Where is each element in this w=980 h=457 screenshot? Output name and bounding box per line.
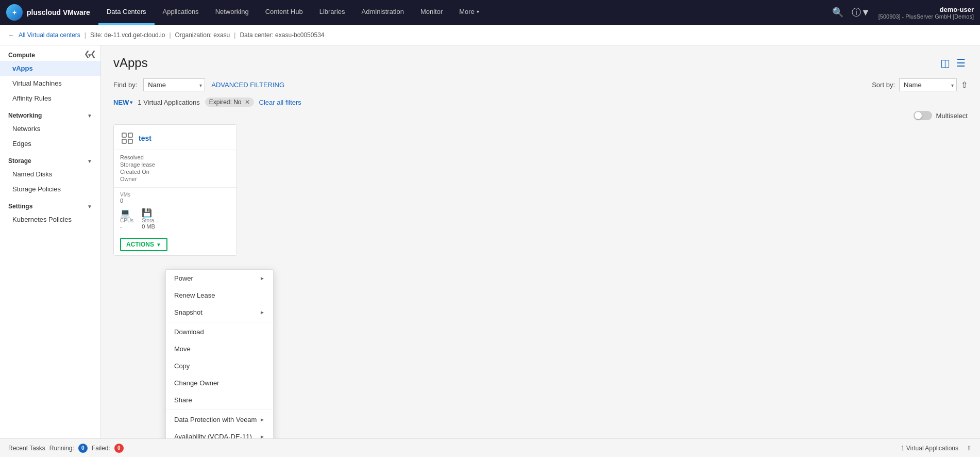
ctx-item-copy[interactable]: Copy (166, 357, 273, 374)
vapp-name[interactable]: test (139, 134, 151, 142)
new-btn-arrow-icon: ▾ (130, 100, 132, 105)
view-toggle: ◫ ☰ (938, 56, 968, 70)
help-icon[interactable]: ⓘ▼ (852, 6, 870, 19)
bottom-count: 1 Virtual Applications (901, 445, 958, 452)
nav-item-applications[interactable]: Applications (155, 0, 207, 25)
find-by-wrapper: Name Description ID ▾ (143, 78, 205, 91)
recent-tasks-section: Recent Tasks Running: 0 Failed: 0 (8, 444, 124, 453)
ctx-item-power[interactable]: Power ► (166, 270, 273, 287)
ctx-item-data-protection[interactable]: Data Protection with Veeam ► (166, 411, 273, 428)
toggle-knob (915, 112, 922, 119)
ctx-renew-label: Renew Lease (174, 291, 215, 299)
svg-rect-3 (128, 139, 132, 143)
breadcrumb-sep1: | (85, 31, 86, 39)
svg-rect-2 (122, 139, 126, 143)
page-header: vApps ◫ ☰ (113, 56, 968, 70)
vapp-owner: Owner (120, 176, 230, 182)
vapp-vms-count: 0 (120, 198, 123, 204)
find-by-select[interactable]: Name Description ID (143, 78, 205, 91)
list-view-btn[interactable]: ☰ (954, 56, 968, 70)
breadcrumb-sep3: | (234, 31, 235, 39)
vapp-vms-stat: VMs 0 (120, 192, 130, 204)
vapp-status: Resolved (120, 154, 230, 160)
breadcrumb-dc: Data center: exasu-bc0050534 (240, 31, 324, 39)
cpu-value: - (120, 223, 122, 230)
ctx-data-protection-arrow: ► (260, 417, 265, 422)
nav-item-more[interactable]: More ▾ (451, 0, 487, 25)
sort-wrapper: Name Date Created Status ▾ (899, 78, 957, 91)
sidebar-item-vapps[interactable]: vApps (0, 61, 100, 76)
sidebar-section-storage-label: Storage (8, 157, 31, 165)
sort-bar: Sort by: Name Date Created Status ▾ ⇧ (872, 78, 968, 91)
ctx-item-snapshot[interactable]: Snapshot ► (166, 304, 273, 321)
sort-select[interactable]: Name Date Created Status (899, 78, 957, 91)
nav-item-datacenters[interactable]: Data Centers (98, 0, 155, 25)
failed-badge: 0 (114, 444, 124, 453)
storage-value: 0 MB (142, 223, 155, 230)
top-nav: + pluscloud VMware Data Centers Applicat… (0, 0, 980, 25)
sidebar-item-storage-policies[interactable]: Storage Policies (0, 182, 100, 197)
sidebar-item-named-disks[interactable]: Named Disks (0, 167, 100, 182)
sidebar-item-edges[interactable]: Edges (0, 136, 100, 151)
search-icon[interactable]: 🔍 (832, 7, 843, 18)
filter-chip-close-icon[interactable]: ✕ (245, 99, 250, 106)
vapp-grid-icon (120, 131, 134, 145)
vapp-hw-stats: 💻 CPUs - 💾 Stora... 0 MB (114, 208, 236, 234)
sidebar-item-vms[interactable]: Virtual Machines (0, 76, 100, 91)
actions-button[interactable]: ACTIONS ▼ (120, 238, 167, 251)
filter-chip-expired: Expired: No ✕ (205, 97, 254, 107)
new-button[interactable]: NEW ▾ (113, 99, 132, 106)
content-area: vApps ◫ ☰ Find by: Name Description ID ▾… (101, 45, 980, 438)
advanced-filtering-btn[interactable]: ADVANCED FILTERING (211, 81, 284, 89)
sidebar: ❮❮ Compute ▼ vApps Virtual Machines Affi… (0, 45, 101, 438)
action-row: NEW ▾ 1 Virtual Applications Expired: No… (113, 97, 968, 107)
networking-expand-icon: ▼ (87, 113, 92, 119)
cpu-icon: 💻 (120, 208, 133, 218)
nav-item-networking[interactable]: Networking (207, 0, 257, 25)
nav-item-administration[interactable]: Administration (353, 0, 412, 25)
svg-rect-0 (122, 133, 126, 137)
nav-item-monitor[interactable]: Monitor (412, 0, 451, 25)
ctx-divider1 (166, 322, 273, 322)
main-layout: ❮❮ Compute ▼ vApps Virtual Machines Affi… (0, 45, 980, 438)
sidebar-collapse-btn[interactable]: ❮❮ (84, 50, 96, 58)
ctx-item-share[interactable]: Share (166, 391, 273, 409)
grid-view-btn[interactable]: ◫ (938, 56, 952, 70)
ctx-item-renew-lease[interactable]: Renew Lease (166, 287, 273, 304)
filter-bar: Find by: Name Description ID ▾ ADVANCED … (113, 78, 968, 91)
ctx-item-download[interactable]: Download (166, 323, 273, 340)
ctx-item-availability-vcda[interactable]: Availability (VCDA-DE-11) ► (166, 428, 273, 438)
breadcrumb-all-vdcs[interactable]: All Virtual data centers (19, 31, 80, 39)
multiselect-toggle[interactable] (914, 111, 932, 120)
ctx-copy-label: Copy (174, 362, 190, 370)
sidebar-section-compute-label: Compute (8, 52, 35, 59)
ctx-power-label: Power (174, 274, 193, 282)
sidebar-item-affinity-rules[interactable]: Affinity Rules (0, 91, 100, 106)
vapp-storage-lease: Storage lease (120, 161, 230, 168)
sidebar-section-settings[interactable]: Settings ▼ (0, 197, 100, 212)
settings-expand-icon: ▼ (87, 204, 92, 209)
nav-item-contenthub[interactable]: Content Hub (257, 0, 311, 25)
sidebar-item-networks[interactable]: Networks (0, 121, 100, 136)
sidebar-section-storage[interactable]: Storage ▼ (0, 151, 100, 167)
ctx-availability-vcda-label: Availability (VCDA-DE-11) (174, 433, 252, 438)
user-name: demo-user (878, 6, 974, 13)
breadcrumb-back-arrow: ← (8, 31, 14, 39)
breadcrumb-site: Site: de-11.vcd.get-cloud.io (90, 31, 165, 39)
vapp-card-test: test Resolved Storage lease Created On O… (113, 124, 237, 256)
find-by-label: Find by: (113, 81, 137, 89)
page-title: vApps (113, 56, 148, 70)
vapps-grid: test Resolved Storage lease Created On O… (113, 124, 968, 256)
running-label: Running: (49, 445, 74, 452)
nav-item-libraries[interactable]: Libraries (311, 0, 353, 25)
sort-direction-btn[interactable]: ⇧ (961, 80, 968, 90)
sidebar-section-networking[interactable]: Networking ▼ (0, 106, 100, 121)
running-badge: 0 (78, 444, 88, 453)
sidebar-item-kubernetes-policies[interactable]: Kubernetes Policies (0, 212, 100, 227)
clear-filters-btn[interactable]: Clear all filters (259, 99, 301, 106)
cpu-label: CPUs (120, 218, 133, 223)
breadcrumb-org: Organization: exasu (175, 31, 230, 39)
ctx-item-change-owner[interactable]: Change Owner (166, 374, 273, 391)
bottom-expand-icon[interactable]: ⇧ (967, 445, 972, 452)
ctx-item-move[interactable]: Move (166, 340, 273, 357)
